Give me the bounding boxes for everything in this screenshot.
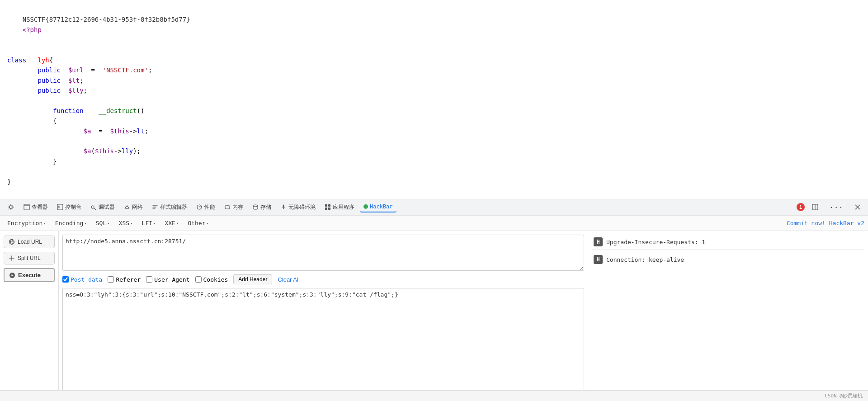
tab-console-label: 控制台 — [65, 203, 81, 211]
user-agent-checkbox[interactable] — [146, 276, 152, 283]
svg-rect-1 — [24, 204, 29, 210]
xxe-chevron-icon: ▾ — [176, 221, 179, 226]
header-row-connection: H Connection: keep-alive — [592, 252, 864, 267]
svg-rect-16 — [325, 204, 327, 207]
tab-memory[interactable]: 内存 — [221, 202, 247, 213]
menu-lfi-label: LFI — [142, 220, 152, 226]
other-chevron-icon: ▾ — [207, 221, 209, 226]
tab-style-editor-label: 样式编辑器 — [160, 203, 187, 211]
menu-other[interactable]: Other ▾ — [184, 218, 212, 228]
cookies-checkbox[interactable] — [195, 276, 202, 283]
tab-network-label: 网络 — [132, 203, 143, 211]
execute-button[interactable]: Execute — [4, 268, 55, 282]
menu-other-label: Other — [188, 220, 205, 226]
svg-rect-19 — [328, 208, 330, 210]
hackbar-status-dot — [363, 204, 368, 209]
tab-hackbar-label: HackBar — [370, 203, 393, 210]
svg-rect-8 — [225, 206, 230, 209]
post-options-row: Post data Referer User Agent Cookies Add… — [62, 274, 584, 284]
referer-checkbox[interactable] — [108, 276, 114, 283]
url-input[interactable] — [62, 235, 584, 271]
tab-hackbar[interactable]: HackBar — [360, 202, 396, 212]
hackbar-left-panel: Load URL Split URL Execute — [0, 231, 59, 401]
tab-style-editor[interactable]: 样式编辑器 — [148, 202, 191, 213]
referer-label: Referer — [116, 276, 141, 283]
referer-checkbox-label[interactable]: Referer — [108, 276, 141, 283]
svg-point-4 — [91, 206, 94, 208]
menu-xss-label: XSS — [119, 220, 129, 226]
split-url-button[interactable]: Split URL — [4, 252, 55, 264]
devtools-right-controls: 1 ··· — [797, 201, 864, 213]
cookies-label: Cookies — [203, 276, 228, 283]
devtools-toolbar: 查看器 控制台 调试器 网络 样式编辑器 性能 内存 存储 无障碍环境 应用程序… — [0, 199, 868, 215]
tab-app[interactable]: 应用程序 — [321, 202, 358, 213]
menu-xxe-label: XXE — [165, 220, 175, 226]
devtools-close-icon[interactable] — [851, 202, 864, 212]
user-agent-label: User Agent — [154, 276, 189, 283]
menu-encryption-label: Encryption — [7, 220, 42, 226]
load-url-button[interactable]: Load URL — [4, 236, 55, 248]
load-url-label: Load URL — [18, 239, 42, 245]
devtools-more-icon[interactable]: ··· — [826, 201, 847, 213]
menu-encoding[interactable]: Encoding ▾ — [52, 218, 90, 228]
menu-xss[interactable]: XSS ▾ — [115, 218, 137, 228]
tab-debugger-label: 调试器 — [99, 203, 115, 211]
tab-inspector-label: 查看器 — [32, 203, 48, 211]
post-data-checkbox-label[interactable]: Post data — [62, 276, 102, 283]
menu-sql[interactable]: SQL ▾ — [92, 218, 113, 228]
post-data-label: Post data — [71, 276, 102, 283]
devtools-settings-icon[interactable] — [4, 202, 18, 212]
execute-label: Execute — [18, 272, 41, 278]
header-row-upgrade: H Upgrade-Insecure-Requests: 1 — [592, 235, 864, 250]
lfi-chevron-icon: ▾ — [153, 221, 156, 226]
tab-storage[interactable]: 存储 — [249, 202, 275, 213]
commit-now-link[interactable]: Commit now! HackBar v2 — [787, 220, 864, 226]
menu-xxe[interactable]: XXE ▾ — [161, 218, 182, 228]
xss-chevron-icon: ▾ — [130, 221, 132, 226]
svg-rect-17 — [328, 204, 330, 207]
sql-chevron-icon: ▾ — [107, 221, 109, 226]
menu-lfi[interactable]: LFI ▾ — [138, 218, 160, 228]
hackbar-right-panel: H Upgrade-Insecure-Requests: 1 H Connect… — [588, 231, 868, 401]
tab-performance[interactable]: 性能 — [193, 202, 219, 213]
tab-accessibility[interactable]: 无障碍环境 — [277, 202, 319, 213]
split-url-label: Split URL — [18, 255, 41, 261]
svg-point-13 — [283, 205, 284, 206]
code-line-title: NSSCTF{87712c12-2696-4b31-953f-8f32b8bf5… — [7, 5, 861, 45]
user-agent-checkbox-label[interactable]: User Agent — [146, 276, 189, 283]
clear-all-button[interactable]: Clear All — [278, 276, 299, 283]
tab-memory-label: 内存 — [232, 203, 243, 211]
tab-debugger[interactable]: 调试器 — [87, 202, 118, 213]
header-h-badge-2: H — [594, 255, 603, 264]
tab-accessibility-label: 无障碍环境 — [288, 203, 316, 211]
encryption-chevron-icon: ▾ — [43, 221, 46, 226]
code-display: NSSCTF{87712c12-2696-4b31-953f-8f32b8bf5… — [0, 0, 868, 199]
hackbar-panel: Encryption ▾ Encoding ▾ SQL ▾ XSS ▾ LFI … — [0, 215, 868, 401]
devtools-expand-icon[interactable] — [808, 202, 822, 212]
encoding-chevron-icon: ▾ — [84, 221, 86, 226]
hackbar-body: Load URL Split URL Execute Post data — [0, 231, 868, 401]
menu-sql-label: SQL — [96, 220, 106, 226]
error-count-badge[interactable]: 1 — [797, 203, 805, 211]
tab-network[interactable]: 网络 — [120, 202, 146, 213]
watermark: CSDN @妙尻瑞机 — [0, 390, 868, 401]
menu-encryption[interactable]: Encryption ▾ — [4, 218, 50, 228]
header-upgrade-text: Upgrade-Insecure-Requests: 1 — [606, 239, 705, 245]
hackbar-menu: Encryption ▾ Encoding ▾ SQL ▾ XSS ▾ LFI … — [0, 216, 868, 231]
svg-point-12 — [253, 205, 258, 207]
tab-inspector[interactable]: 查看器 — [20, 202, 52, 213]
tab-console[interactable]: 控制台 — [53, 202, 85, 213]
post-data-input[interactable] — [62, 288, 584, 397]
add-header-button[interactable]: Add Header — [233, 274, 272, 284]
header-connection-text: Connection: keep-alive — [606, 256, 684, 263]
post-data-checkbox[interactable] — [62, 276, 69, 283]
hackbar-main-panel: Post data Referer User Agent Cookies Add… — [59, 231, 588, 401]
tab-app-label: 应用程序 — [333, 203, 354, 211]
svg-line-5 — [94, 208, 96, 210]
tab-performance-label: 性能 — [204, 203, 215, 211]
svg-rect-18 — [325, 208, 327, 210]
cookies-checkbox-label[interactable]: Cookies — [195, 276, 228, 283]
tab-storage-label: 存储 — [260, 203, 271, 211]
svg-point-0 — [9, 206, 12, 208]
header-h-badge-1: H — [594, 237, 603, 246]
